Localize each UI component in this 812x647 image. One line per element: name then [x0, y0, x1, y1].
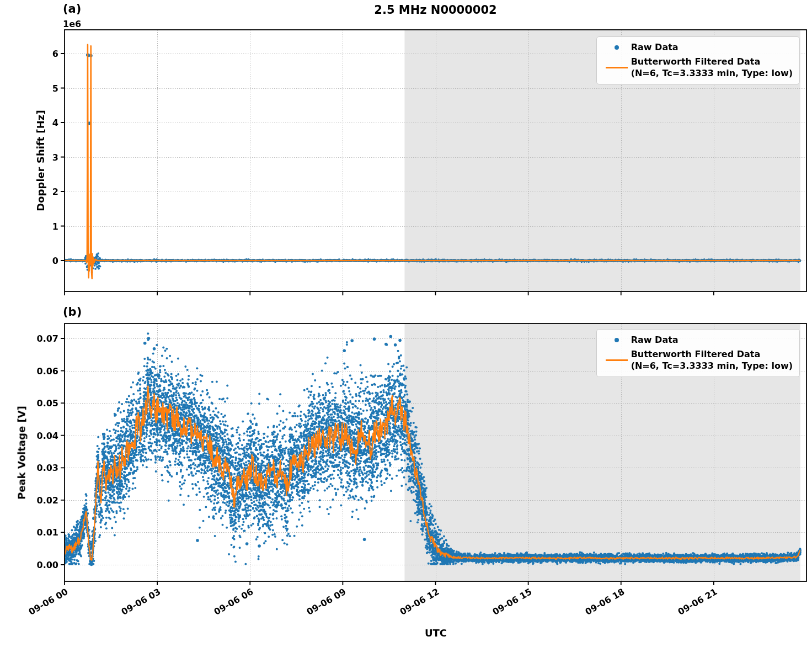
y-tick-label-a: 4 — [52, 118, 58, 128]
y-tick-label-b: 0.06 — [37, 365, 58, 376]
y-tick-label-b: 0.07 — [37, 333, 58, 344]
legend-filtered-label: Butterworth Filtered Data (N=6, Tc=3.333… — [631, 56, 793, 79]
legend-filtered-label: Butterworth Filtered Data (N=6, Tc=3.333… — [631, 349, 793, 372]
y-tick-label-b: 0.01 — [37, 527, 58, 538]
panel-a-label: (a) — [63, 2, 81, 15]
filtered-line-icon — [602, 359, 631, 361]
legend-raw-label: Raw Data — [631, 335, 679, 346]
y-axis-label-b: Peak Voltage [V] — [16, 406, 28, 500]
legend-entry-raw: Raw Data — [602, 335, 793, 346]
y-tick-label-b: 0.04 — [37, 430, 58, 441]
legend-panel-a: Raw Data Butterworth Filtered Data (N=6,… — [596, 36, 800, 84]
figure: 2.5 MHz N0000002 (a) 1e6 (b) Doppler Shi… — [0, 0, 812, 647]
y-tick-label-a: 1 — [52, 221, 58, 231]
legend-entry-filtered: Butterworth Filtered Data (N=6, Tc=3.333… — [602, 349, 793, 372]
filtered-line-icon — [602, 67, 631, 68]
legend-raw-label: Raw Data — [631, 42, 679, 54]
legend-entry-raw: Raw Data — [602, 42, 793, 54]
y-axis-offset-text: 1e6 — [63, 19, 81, 29]
y-tick-label-a: 5 — [52, 83, 58, 93]
y-tick-label-b: 0.03 — [37, 463, 58, 473]
panel-b-label: (b) — [63, 305, 82, 319]
x-axis-label: UTC — [425, 627, 447, 639]
raw-data-dot-icon — [602, 338, 631, 342]
y-axis-label-a: Doppler Shift [Hz] — [35, 110, 46, 211]
y-tick-label-b: 0.05 — [37, 398, 58, 409]
y-tick-label-a: 6 — [52, 49, 58, 59]
y-tick-label-a: 2 — [52, 187, 58, 197]
y-tick-label-b: 0.00 — [37, 560, 58, 570]
raw-data-dot-icon — [602, 45, 631, 50]
y-tick-label-a: 3 — [52, 152, 58, 162]
y-tick-label-b: 0.02 — [37, 495, 58, 505]
legend-entry-filtered: Butterworth Filtered Data (N=6, Tc=3.333… — [602, 56, 793, 79]
figure-title: 2.5 MHz N0000002 — [65, 3, 806, 17]
y-tick-label-a: 0 — [52, 256, 58, 266]
legend-panel-b: Raw Data Butterworth Filtered Data (N=6,… — [596, 329, 800, 377]
